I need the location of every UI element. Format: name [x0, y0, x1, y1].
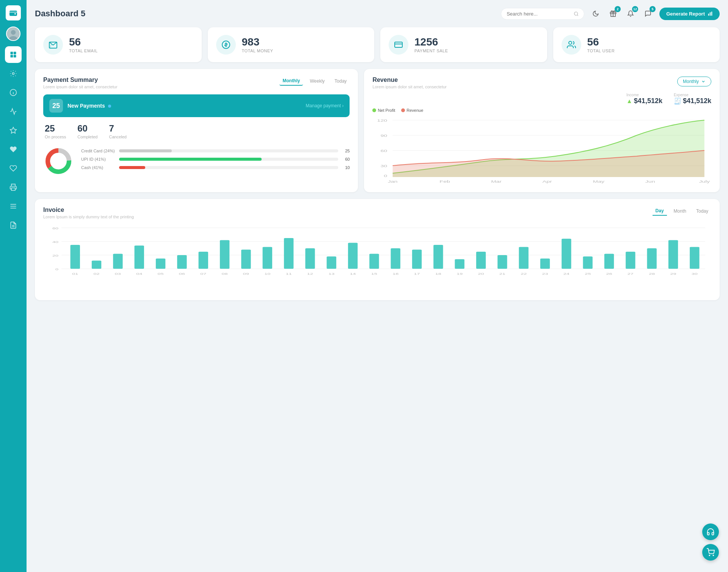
- invoice-tabs: Day Month Today: [653, 207, 711, 216]
- invoice-tab-month[interactable]: Month: [671, 207, 689, 215]
- svg-text:23: 23: [542, 272, 548, 276]
- income-label: Income: [626, 93, 662, 97]
- revenue-dot: [401, 108, 405, 112]
- invoice-card: Invoice Lorem Ipsum is simply dummy text…: [35, 199, 720, 300]
- invoice-subtitle: Lorem Ipsum is simply dummy text of the …: [43, 215, 134, 219]
- svg-rect-69: [156, 259, 165, 269]
- user-icon: [562, 35, 581, 55]
- svg-rect-75: [220, 240, 229, 269]
- search-input[interactable]: [507, 11, 571, 17]
- income-amount: Income ▲ $41,512k: [626, 93, 662, 105]
- invoice-tab-today[interactable]: Today: [693, 207, 711, 215]
- svg-text:06: 06: [179, 272, 185, 276]
- theme-toggle-btn[interactable]: [589, 7, 602, 20]
- cart-float-btn[interactable]: [702, 544, 719, 561]
- generate-report-button[interactable]: Generate Report: [659, 8, 720, 20]
- email-label: TOTAL EMAIL: [69, 49, 98, 53]
- progress-bar-fill-upi: [119, 158, 262, 161]
- svg-rect-8: [14, 55, 16, 58]
- donut-chart: [43, 146, 74, 176]
- header: Dashboard 5 2 12 5 Generate Report: [35, 7, 720, 20]
- revenue-card: Revenue Lorem ipsum dolor sit amet, cons…: [364, 69, 720, 192]
- stat-cards: 56 TOTAL EMAIL 983 TOTAL MONEY 1256 PAYM…: [35, 27, 720, 62]
- svg-text:Apr: Apr: [543, 180, 552, 183]
- svg-point-122: [713, 555, 714, 556]
- svg-rect-111: [604, 254, 614, 269]
- avatar[interactable]: [6, 27, 20, 41]
- on-process-value: 25: [45, 123, 66, 134]
- svg-text:20: 20: [52, 254, 59, 257]
- svg-rect-101: [497, 255, 507, 269]
- stat-card-user: 56 TOTAL USER: [553, 27, 720, 62]
- tab-today[interactable]: Today: [331, 77, 350, 85]
- bell-btn[interactable]: 12: [624, 7, 637, 20]
- sidebar-item-dashboard[interactable]: [5, 46, 22, 63]
- payment-tabs: Monthly Weekly Today: [279, 77, 350, 86]
- svg-text:15: 15: [371, 272, 378, 276]
- tab-weekly[interactable]: Weekly: [307, 77, 328, 85]
- progress-label-cash: Cash (41%): [81, 165, 115, 170]
- bar-chart-icon: [708, 11, 713, 16]
- svg-text:Feb: Feb: [440, 180, 450, 183]
- svg-rect-95: [433, 245, 443, 269]
- payment-label: PAYMENT SALE: [414, 49, 448, 53]
- chat-btn[interactable]: 5: [641, 7, 655, 20]
- svg-rect-24: [708, 14, 709, 16]
- revenue-chart: 120 90 60 30 0 Jan Feb Mar Apr Ma: [372, 116, 711, 185]
- stat-card-money: 983 TOTAL MONEY: [208, 27, 375, 62]
- sidebar-logo[interactable]: [6, 5, 21, 20]
- sidebar-item-list[interactable]: [5, 198, 22, 215]
- svg-text:120: 120: [377, 119, 388, 122]
- svg-text:08: 08: [222, 272, 228, 276]
- svg-rect-97: [455, 259, 464, 269]
- svg-text:10: 10: [264, 272, 271, 276]
- user-label: TOTAL USER: [587, 49, 615, 53]
- sidebar-item-doc[interactable]: [5, 217, 22, 234]
- sidebar-item-heart[interactable]: [5, 141, 22, 158]
- svg-text:Jun: Jun: [645, 180, 655, 183]
- svg-text:27: 27: [628, 272, 634, 276]
- svg-rect-103: [519, 247, 528, 269]
- sidebar-item-settings[interactable]: [5, 65, 22, 82]
- user-count: 56: [587, 36, 615, 48]
- payment-summary-card: Payment Summary Lorem ipsum dolor sit am…: [35, 69, 358, 192]
- svg-text:May: May: [593, 180, 605, 183]
- new-payments-bar: 25 New Payments Manage payment ›: [43, 94, 350, 117]
- progress-bar-bg-credit: [119, 149, 338, 152]
- progress-label-credit: Credit Card (24%): [81, 149, 115, 153]
- sidebar: [0, 0, 27, 572]
- sidebar-item-info[interactable]: [5, 84, 22, 101]
- sidebar-item-chart[interactable]: [5, 103, 22, 120]
- manage-payment-link[interactable]: Manage payment ›: [306, 103, 344, 108]
- sidebar-item-star[interactable]: [5, 122, 22, 139]
- svg-point-3: [11, 30, 16, 35]
- support-float-btn[interactable]: [702, 523, 719, 540]
- svg-text:09: 09: [243, 272, 249, 276]
- income-arrow-icon: ▲: [626, 98, 632, 105]
- canceled-stat: 7 Canceled: [109, 123, 126, 139]
- main-content: Dashboard 5 2 12 5 Generate Report: [27, 0, 728, 572]
- invoice-tab-day[interactable]: Day: [653, 207, 667, 216]
- tab-monthly[interactable]: Monthly: [279, 77, 303, 86]
- svg-text:02: 02: [94, 272, 100, 276]
- svg-rect-79: [263, 247, 272, 269]
- revenue-filter-btn[interactable]: Monthly: [677, 77, 711, 86]
- svg-text:18: 18: [435, 272, 441, 276]
- svg-point-20: [574, 12, 577, 15]
- svg-rect-77: [241, 250, 251, 269]
- svg-rect-85: [327, 257, 336, 269]
- search-bar[interactable]: [501, 8, 584, 20]
- progress-bar-bg-upi: [119, 158, 338, 161]
- expense-icon: 🧾: [674, 97, 681, 105]
- sidebar-item-heart2[interactable]: [5, 160, 22, 177]
- svg-rect-6: [14, 52, 16, 55]
- progress-label-upi: UPI ID (41%): [81, 157, 115, 161]
- svg-text:24: 24: [563, 272, 570, 276]
- svg-text:60: 60: [52, 226, 59, 230]
- progress-row-credit: Credit Card (24%) 25: [81, 149, 350, 153]
- new-payments-label: New Payments: [67, 103, 301, 109]
- payment-methods: Credit Card (24%) 25 UPI ID (41%) 60: [43, 146, 350, 176]
- gift-btn[interactable]: 2: [606, 7, 620, 20]
- sidebar-item-print[interactable]: [5, 179, 22, 196]
- svg-rect-119: [690, 247, 699, 269]
